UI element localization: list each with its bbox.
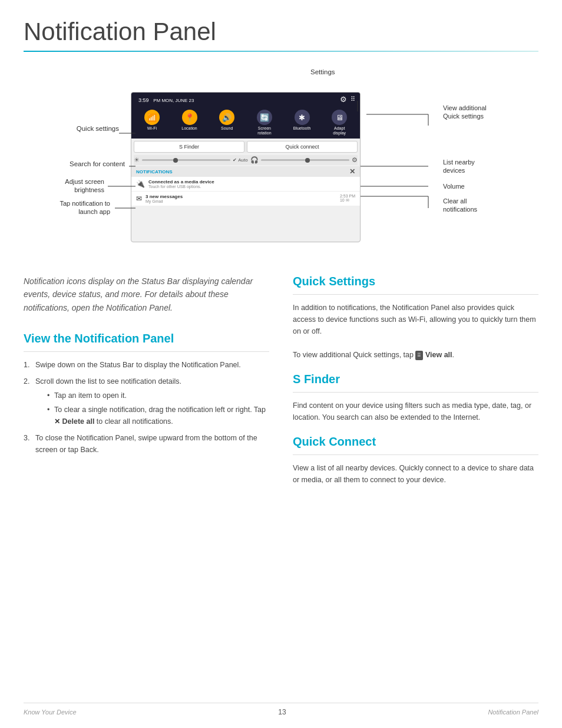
qs-bluetooth-label: Bluetooth [293, 126, 311, 131]
content-area: Notification icons display on the Status… [24, 275, 538, 498]
footer-page-number: 13 [278, 708, 286, 716]
quick-settings-body1: In addition to notifications, the Notifi… [293, 302, 538, 337]
step-2-text: Scroll down the list to see notification… [35, 377, 181, 386]
steps-list: 1. Swipe down on the Status Bar to displ… [24, 359, 269, 456]
adapt-display-icon: 🖥 [332, 110, 347, 125]
volume-settings-icon[interactable]: ⚙ [352, 156, 358, 164]
phone-header: 3:59 PM MON, JUNE 23 ⚙ ⠿ [131, 93, 360, 106]
qs-wifi-label: Wi-Fi [147, 126, 157, 131]
phone-mockup: 3:59 PM MON, JUNE 23 ⚙ ⠿ 📶 Wi-Fi [131, 92, 361, 242]
clear-all-icon[interactable]: ✕ [349, 167, 355, 176]
qs-sound[interactable]: 🔊 Sound [209, 110, 245, 135]
quick-settings-row: 📶 Wi-Fi 📍 Location 🔊 Sound 🔄 Screenrotat… [131, 106, 360, 139]
search-row: S Finder Quick connect [134, 141, 358, 153]
qs-adapt[interactable]: 🖥 Adaptdisplay [321, 110, 358, 135]
right-column: Quick Settings In addition to notificati… [293, 275, 538, 498]
notif-gmail-title: 3 new messages [146, 194, 336, 199]
auto-label: ✔ Auto [233, 157, 247, 163]
s-finder-body: Find content on your device using filter… [293, 400, 538, 423]
qs-location[interactable]: 📍 Location [171, 110, 208, 135]
notif-usb-text: Connected as a media device Touch for ot… [148, 179, 355, 189]
volume-label: Volume [443, 182, 534, 190]
notifications-label: NOTIFICATIONS [136, 169, 173, 174]
notification-icons-text: Notification icons display on the Status… [24, 275, 269, 314]
notification-item-gmail[interactable]: ✉ 3 new messages My Gmail 2:53 PM10 ✉ [131, 192, 360, 206]
volume-dot [305, 158, 310, 163]
tap-notification-label: Tap notification tolaunch app [28, 199, 110, 216]
step-3-num: 3. [24, 432, 29, 444]
bullet-1: Tap an item to open it. [47, 390, 269, 401]
step-2-num: 2. [24, 375, 29, 387]
wifi-icon: 📶 [144, 110, 160, 125]
qs-sound-label: Sound [221, 126, 233, 131]
page-title: Notification Panel [24, 18, 538, 46]
gmail-icon: ✉ [136, 195, 142, 203]
step-2: 2. Scroll down the list to see notificat… [24, 375, 269, 427]
quick-connect-button[interactable]: Quick connect [247, 141, 358, 153]
clear-all-notifications-label: Clear allnotifications [443, 197, 534, 214]
step-2-bullets: Tap an item to open it. To clear a singl… [35, 390, 269, 427]
sound-icon: 🔊 [219, 110, 234, 125]
section-title-view-panel: View the Notification Panel [24, 332, 269, 345]
x-delete-icon: ✕ [54, 416, 60, 427]
phone-header-icons: ⚙ ⠿ [340, 95, 355, 104]
diagram-wrapper: Settings 3:59 PM MON, JUNE 23 ⚙ ⠿ [28, 68, 534, 257]
view-additional-qs-label: View additionalQuick settings [443, 104, 534, 121]
notif-gmail-subtitle: My Gmail [146, 199, 336, 203]
section-divider-quick-settings [293, 294, 538, 295]
step-1: 1. Swipe down on the Status Bar to displ… [24, 359, 269, 371]
adjust-screen-brightness-label: Adjust screenbrightness [28, 177, 104, 195]
step-1-num: 1. [24, 359, 29, 371]
bullet-2: To clear a single notification, drag the… [47, 404, 269, 427]
quick-settings-body2: To view additional Quick settings, tap ⠿… [293, 349, 538, 361]
view-all-icon-inline: ⠿ [415, 351, 423, 360]
page-footer: Know Your Device 13 Notification Panel [24, 703, 538, 716]
quick-connect-body: View a list of all nearby devices. Quick… [293, 462, 538, 486]
usb-icon: 🔌 [136, 180, 145, 188]
location-icon: 📍 [182, 110, 197, 125]
qs-rotation-label: Screenrotation [257, 126, 271, 135]
phone-time: 3:59 PM MON, JUNE 23 [136, 95, 194, 104]
view-all-text: View all [425, 351, 452, 359]
brightness-bar[interactable] [142, 159, 230, 161]
left-column: Notification icons display on the Status… [24, 275, 269, 498]
qs-rotation[interactable]: 🔄 Screenrotation [246, 110, 283, 135]
step-1-text: Swipe down on the Status Bar to display … [35, 361, 241, 369]
bluetooth-icon: ✱ [295, 110, 310, 125]
rotation-icon: 🔄 [257, 110, 272, 125]
volume-bar[interactable] [261, 159, 349, 161]
section-divider-view-panel [24, 351, 269, 352]
title-divider [24, 51, 538, 52]
settings-label: Settings [310, 68, 335, 75]
step-3: 3. To close the Notification Panel, swip… [24, 432, 269, 456]
section-divider-quick-connect [293, 454, 538, 455]
quick-settings-diagram-label: Quick settings [28, 124, 119, 133]
notif-gmail-time: 2:53 PM10 ✉ [340, 194, 355, 203]
qs-bluetooth[interactable]: ✱ Bluetooth [284, 110, 320, 135]
search-for-content-label: Search for content [28, 160, 125, 169]
delete-all-text: Delete all [62, 417, 94, 426]
qs-location-label: Location [181, 126, 197, 131]
notifications-header: NOTIFICATIONS ✕ [131, 166, 360, 177]
section-divider-s-finder [293, 392, 538, 393]
section-title-quick-connect: Quick Connect [293, 435, 538, 449]
footer-left: Know Your Device [24, 709, 77, 716]
notif-usb-subtitle: Touch for other USB options. [148, 185, 355, 189]
page-container: Notification Panel Settings 3:59 PM MON,… [0, 0, 562, 515]
brightness-low-icon: ☀ [134, 156, 140, 164]
step-3-text: To close the Notification Panel, swipe u… [35, 434, 257, 454]
notification-item-usb[interactable]: 🔌 Connected as a media device Touch for … [131, 177, 360, 192]
view-all-icon[interactable]: ⠿ [351, 95, 355, 103]
section-title-quick-settings: Quick Settings [293, 275, 538, 288]
qs-adapt-label: Adaptdisplay [333, 126, 346, 135]
s-finder-button[interactable]: S Finder [134, 141, 244, 153]
diagram-section: Settings 3:59 PM MON, JUNE 23 ⚙ ⠿ [24, 68, 538, 257]
qs-wifi[interactable]: 📶 Wi-Fi [134, 110, 170, 135]
brightness-row: ☀ ✔ Auto 🎧 ⚙ [134, 155, 358, 165]
notif-usb-title: Connected as a media device [148, 179, 355, 185]
settings-gear-icon[interactable]: ⚙ [340, 95, 347, 104]
notif-gmail-text: 3 new messages My Gmail [146, 194, 336, 203]
headphone-icon: 🎧 [250, 156, 259, 164]
footer-right: Notification Panel [488, 709, 538, 716]
list-nearby-devices-label: List nearbydevices [443, 158, 534, 175]
